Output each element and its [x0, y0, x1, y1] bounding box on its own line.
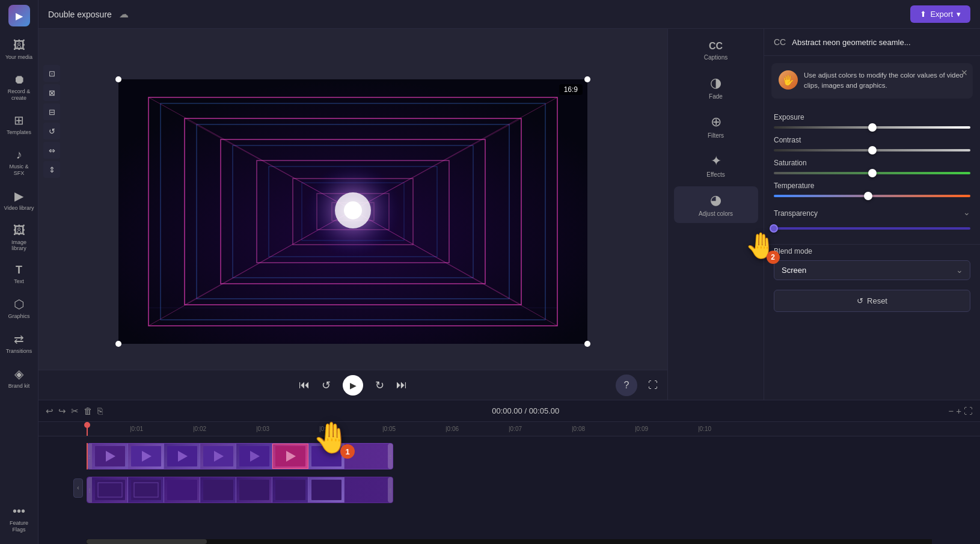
sidebar-item-image-library[interactable]: 🖼 Image library: [2, 219, 37, 257]
sidebar-item-record[interactable]: ⏺ Record & create: [2, 68, 37, 106]
panel-item-adjust-colors[interactable]: ◕ Adjust colors: [674, 186, 758, 223]
transparency-slider-track[interactable]: [774, 227, 970, 230]
track-thumb: [308, 477, 345, 503]
filters-icon: ⊕: [711, 114, 721, 130]
svg-rect-46: [239, 480, 269, 500]
timeline-scrollbar[interactable]: [87, 539, 932, 544]
resize-tool-button[interactable]: ⊡: [43, 65, 60, 82]
skip-back-button[interactable]: ⏮: [299, 379, 310, 391]
sidebar-item-graphics[interactable]: ⬡ Graphics: [2, 292, 37, 325]
panel-item-label: Captions: [704, 54, 727, 61]
svg-point-24: [344, 201, 362, 219]
contrast-slider-track[interactable]: [774, 149, 970, 151]
zoom-out-button[interactable]: −: [948, 406, 954, 416]
flip-h-button[interactable]: ⇔: [43, 142, 60, 159]
saturation-label: Saturation: [774, 159, 970, 167]
video-track-2[interactable]: ⋮: [87, 477, 393, 503]
save-cloud-icon[interactable]: ☁: [119, 8, 129, 20]
transparency-slider-thumb[interactable]: [770, 224, 778, 233]
transparency-collapse-button[interactable]: ⌄: [963, 207, 970, 217]
sidebar-item-transitions[interactable]: ⇄ Transitions: [2, 327, 37, 359]
brand-icon: ◈: [14, 367, 23, 381]
editor-area: ⊡ ⊠ ⊟ ↺ ⇔ ⇕: [38, 29, 980, 400]
blend-mode-select[interactable]: Normal Multiply Screen Overlay Darken Li…: [774, 260, 970, 280]
track-handle-right[interactable]: ⋮: [388, 444, 393, 469]
panel-item-filters[interactable]: ⊕ Filters: [674, 108, 758, 145]
help-button[interactable]: ?: [616, 374, 637, 396]
canvas-toolbar: ⊡ ⊠ ⊟ ↺ ⇔ ⇕: [43, 65, 60, 178]
canvas-handle-tr[interactable]: [584, 76, 590, 82]
skip-forward-button[interactable]: ⏭: [396, 379, 407, 391]
contrast-slider-thumb[interactable]: [868, 146, 877, 154]
track-thumb: [236, 444, 272, 469]
panel-item-adjust-wrap: ◕ Adjust colors 🤚 2: [674, 185, 758, 224]
sidebar-item-music[interactable]: ♪ Music & SFX: [2, 143, 37, 182]
handle-dots-icon: ⋮: [388, 454, 393, 459]
duplicate-button[interactable]: ⎘: [97, 406, 103, 416]
tooltip-close-button[interactable]: ✕: [961, 68, 968, 78]
delete-button[interactable]: 🗑: [84, 406, 93, 416]
expand-timeline-button[interactable]: ⛶: [964, 406, 973, 416]
reset-button[interactable]: ↺ Reset: [774, 290, 970, 312]
transitions-icon: ⇄: [14, 332, 24, 346]
crop-tool-button[interactable]: ⊠: [43, 84, 60, 101]
export-button[interactable]: ⬆ Export ▾: [910, 5, 970, 23]
scrollbar-thumb[interactable]: [87, 539, 207, 544]
saturation-slider-track[interactable]: [774, 172, 970, 174]
cut-button[interactable]: ✂: [71, 406, 79, 417]
video-track-1[interactable]: ⋮: [87, 443, 393, 469]
track-thumb: [272, 477, 308, 503]
undo-button[interactable]: ↩: [46, 406, 54, 417]
temperature-slider-thumb[interactable]: [864, 192, 872, 200]
play-button[interactable]: ▶: [343, 375, 363, 396]
sidebar-item-templates[interactable]: ⊞ Templates: [2, 108, 37, 141]
track-handle-left-2[interactable]: ⋮: [87, 477, 92, 503]
track-handle-right-2[interactable]: ⋮: [388, 477, 393, 503]
export-label: Export: [930, 10, 953, 19]
sidebar-item-video-library[interactable]: ▶ Video library: [2, 184, 37, 216]
rewind-button[interactable]: ↺: [322, 379, 331, 392]
track-thumb: [236, 477, 272, 503]
sidebar-item-text[interactable]: T Text: [2, 259, 37, 290]
sidebar-item-label: Music & SFX: [4, 164, 34, 177]
top-bar: Double exposure ☁ ⬆ Export ▾: [38, 0, 980, 29]
fullscreen-button[interactable]: ⛶: [648, 380, 658, 391]
exposure-slider-thumb[interactable]: [868, 123, 877, 132]
canvas-wrapper: 16:9: [38, 29, 667, 370]
exposure-slider-track[interactable]: [774, 126, 970, 129]
panel-item-captions[interactable]: CC Captions: [674, 35, 758, 67]
sidebar-item-brand-kit[interactable]: ◈ Brand kit: [2, 362, 37, 394]
track-thumb-active: [272, 444, 308, 469]
sidebar-item-your-media[interactable]: 🖼 Your media: [2, 34, 37, 66]
forward-button[interactable]: ↻: [375, 379, 384, 392]
playhead-ruler-indicator: [87, 422, 88, 436]
timeline-collapse-button[interactable]: ‹: [73, 478, 83, 498]
redo-button[interactable]: ↪: [58, 406, 66, 417]
video-canvas[interactable]: [118, 79, 587, 344]
ruler-mark: |0:01: [130, 426, 193, 432]
panel-item-effects[interactable]: ✦ Effects: [674, 147, 758, 184]
panel-item-fade[interactable]: ◑ Fade: [674, 69, 758, 106]
screen-tool-button[interactable]: ⊟: [43, 103, 60, 120]
temperature-slider-track[interactable]: [774, 195, 970, 197]
handle-dots-icon: ⋮: [388, 487, 393, 493]
undo-tool-button[interactable]: ↺: [43, 123, 60, 139]
track-handle-left[interactable]: ⋮: [87, 444, 92, 469]
canvas-handle-tl[interactable]: [115, 76, 121, 82]
project-title: Double exposure: [48, 10, 112, 19]
panel-header-cc-icon: CC: [774, 37, 786, 47]
panel-header: CC Abstract neon geometric seamle...: [764, 29, 980, 56]
sidebar-item-label: Your media: [5, 54, 32, 61]
aspect-ratio-badge: 16:9: [559, 84, 583, 95]
svg-rect-44: [167, 480, 197, 500]
canvas-handle-br[interactable]: [584, 341, 590, 347]
sidebar-item-feature-flags[interactable]: ••• Feature Flags: [2, 500, 37, 538]
ruler-mark: |0:09: [635, 426, 698, 432]
saturation-slider-thumb[interactable]: [868, 169, 877, 177]
svg-rect-48: [311, 480, 341, 500]
zoom-in-button[interactable]: +: [956, 406, 961, 416]
contrast-label: Contrast: [774, 136, 970, 144]
flip-v-button[interactable]: ⇕: [43, 161, 60, 178]
canvas-handle-bl[interactable]: [115, 341, 121, 347]
svg-rect-39: [311, 446, 341, 466]
